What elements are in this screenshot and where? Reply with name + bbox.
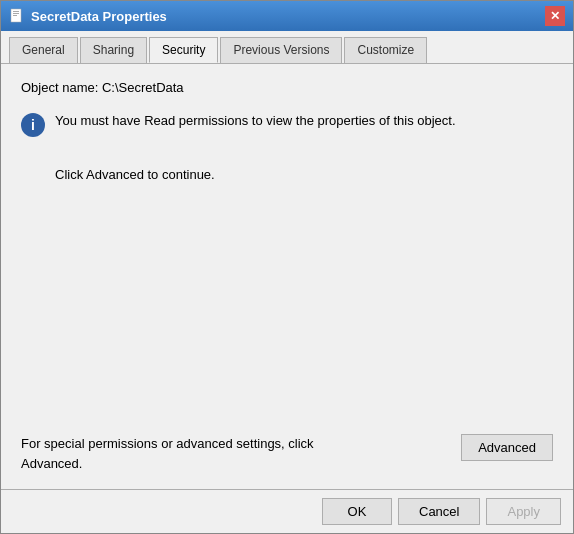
tab-general[interactable]: General bbox=[9, 37, 78, 63]
tab-previous-versions[interactable]: Previous Versions bbox=[220, 37, 342, 63]
properties-icon bbox=[9, 8, 25, 24]
ok-button[interactable]: OK bbox=[322, 498, 392, 525]
advanced-button[interactable]: Advanced bbox=[461, 434, 553, 461]
svg-rect-1 bbox=[13, 11, 19, 12]
title-bar: SecretData Properties ✕ bbox=[1, 1, 573, 31]
content-area: Object name: C:\SecretData i You must ha… bbox=[1, 64, 573, 489]
spacer bbox=[21, 185, 553, 427]
click-advanced-message: Click Advanced to continue. bbox=[21, 165, 553, 185]
special-permissions-text: For special permissions or advanced sett… bbox=[21, 434, 371, 473]
svg-rect-2 bbox=[13, 13, 19, 14]
object-name-label: Object name: bbox=[21, 80, 98, 95]
cancel-button[interactable]: Cancel bbox=[398, 498, 480, 525]
apply-button[interactable]: Apply bbox=[486, 498, 561, 525]
tab-sharing[interactable]: Sharing bbox=[80, 37, 147, 63]
bottom-section: For special permissions or advanced sett… bbox=[21, 434, 553, 473]
info-icon: i bbox=[21, 113, 45, 137]
object-name-value: C:\SecretData bbox=[102, 80, 184, 95]
window: SecretData Properties ✕ General Sharing … bbox=[0, 0, 574, 534]
svg-rect-3 bbox=[13, 15, 17, 16]
window-title: SecretData Properties bbox=[31, 9, 167, 24]
close-button[interactable]: ✕ bbox=[545, 6, 565, 26]
tabs-container: General Sharing Security Previous Versio… bbox=[1, 31, 573, 64]
footer: OK Cancel Apply bbox=[1, 489, 573, 533]
info-message: You must have Read permissions to view t… bbox=[55, 111, 456, 131]
tab-customize[interactable]: Customize bbox=[344, 37, 427, 63]
title-bar-left: SecretData Properties bbox=[9, 8, 167, 24]
tab-security[interactable]: Security bbox=[149, 37, 218, 63]
info-box: i You must have Read permissions to view… bbox=[21, 111, 553, 137]
object-name-line: Object name: C:\SecretData bbox=[21, 80, 553, 95]
